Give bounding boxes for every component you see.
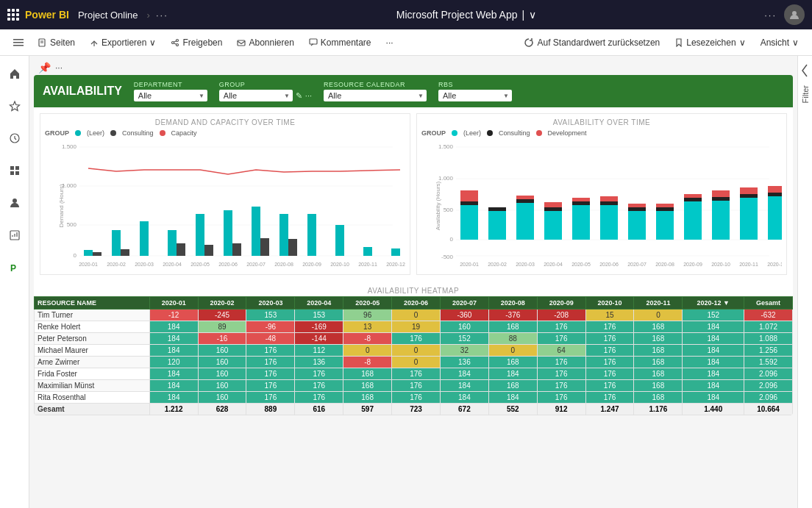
svg-rect-100 [684,194,702,198]
exportieren-button[interactable]: Exportieren ∨ [84,35,162,51]
col-2020-11: 2020-11 [634,297,683,310]
heatmap-cell: 184 [149,333,198,345]
resource-name-cell: Peter Peterson [35,333,150,345]
availability-chart-svg: 1.500 1.000 500 0 -500 Availability (Hou… [421,140,782,268]
availability-card: AVAILABILITY DEPARTMENT Alle GROUP [34,75,793,415]
heatmap-cell: 176 [392,333,441,345]
heatmap-cell: 184 [149,392,198,404]
center-panel: 📌 ··· AVAILABILITY DEPARTMENT Alle [29,56,797,508]
heatmap-cell: 168 [343,392,392,404]
heatmap-cell: 160 [198,392,246,404]
main-content: P 📌 ··· AVAILABILITY DEPARTMENT Alle [0,56,812,508]
heatmap-cell: -8 [343,357,392,368]
availability-chart-title: AVAILABILITY OVER TIME [421,118,782,126]
department-select[interactable]: Alle [134,90,207,101]
header-tools: 📌 ··· [34,60,793,75]
svg-rect-97 [656,204,674,207]
table-row: Peter Peterson184-16-48-144-817615288176… [35,333,793,345]
sidebar-icon-recent[interactable] [3,126,26,150]
col-2020-10: 2020-10 [585,297,634,310]
heatmap-cell: 176 [246,357,295,368]
heatmap-header-row: RESOURCE NAME 2020-01 2020-02 2020-03 20… [35,297,793,310]
rbs-select[interactable]: Alle [438,90,512,101]
sidebar-icon-powerbi[interactable]: P [3,256,26,279]
heatmap-cell: 19 [392,321,441,333]
heatmap-cell: 176 [537,392,585,404]
heatmap-cell: 168 [488,380,537,392]
heatmap-cell: 176 [392,368,441,380]
table-row: Renke Holert18489-96-1691319160168176176… [35,321,793,333]
seiten-button[interactable]: Seiten [32,35,81,51]
table-row: Arne Zwirner120160176136-801361681761761… [35,357,793,368]
totals-row: Gesamt1.2126288896165977236725529121.247… [35,404,793,415]
heatmap-cell: 176 [392,380,441,392]
pin-icon[interactable]: 📌 [38,62,51,74]
totals-cell: 889 [246,404,295,415]
svg-rect-89 [600,205,618,240]
svg-rect-14 [310,39,317,44]
project-menu-dots[interactable]: ··· [156,10,168,21]
svg-rect-47 [177,243,185,256]
demand-legend-capacity-dot [160,130,165,136]
freigeben-button[interactable]: Freigeben [165,35,228,51]
group-more-dots[interactable]: ··· [305,91,312,100]
svg-text:P: P [10,263,16,273]
resource-name-cell: Maximilian Münst [35,380,150,392]
heatmap-cell: -144 [295,333,343,345]
title-chevron[interactable]: ∨ [529,9,536,21]
abonnieren-button[interactable]: Abonnieren [231,35,299,51]
sidebar-icon-apps[interactable] [3,159,26,182]
heatmap-cell: 176 [246,345,295,357]
svg-rect-94 [628,204,646,207]
heatmap-cell: 176 [585,392,634,404]
group-select[interactable]: Alle [219,90,293,101]
hamburger-menu[interactable] [7,35,29,51]
heatmap-section: AVAILABILITY HEATMAP RESOURCE NAME 2020-… [34,284,793,415]
second-navigation: Seiten Exportieren ∨ Freigeben Abonniere… [0,29,812,56]
apps-icon[interactable] [7,9,19,21]
resource-name-cell: Tim Turner [35,310,150,321]
ansicht-button[interactable]: Ansicht ∨ [755,35,805,51]
app-title-area: Microsoft Project Web App | ∨ [174,9,758,21]
col-2020-01[interactable]: 2020-01 [149,297,198,310]
heatmap-cell: -245 [198,310,246,321]
svg-rect-109 [768,186,782,193]
heatmap-cell: 168 [634,345,683,357]
heatmap-cell: 176 [537,333,585,345]
heatmap-cell: 168 [634,321,683,333]
project-nav-item[interactable]: Project Online [75,10,141,21]
user-avatar[interactable] [784,4,805,25]
panel-more-dots[interactable]: ··· [55,62,63,73]
group-edit-icon[interactable]: ✎ [296,91,302,101]
svg-rect-19 [10,171,14,175]
heatmap-cell: 136 [440,357,488,368]
heatmap-cell: 1.088 [744,333,793,345]
top-navigation: Power BI Project Online › ··· Microsoft … [0,0,812,29]
demand-legend-capacity: Capacity [171,129,197,137]
heatmap-cell: 176 [295,368,343,380]
svg-text:2020-12: 2020-12 [767,262,782,267]
svg-text:2020-12: 2020-12 [386,262,405,267]
more-button[interactable]: ··· [380,35,399,51]
sidebar-icon-reports[interactable] [3,223,26,247]
svg-text:2020-10: 2020-10 [711,262,730,267]
sidebar-icon-star[interactable] [3,94,26,118]
lesezeichen-button[interactable]: Lesezeichen ∨ [669,35,751,51]
left-sidebar: P [0,56,29,508]
svg-rect-49 [232,243,241,256]
svg-rect-50 [260,238,269,256]
svg-rect-37 [196,214,204,256]
topnav-more-dots[interactable]: ··· [764,10,777,21]
heatmap-cell: -48 [246,333,295,345]
sidebar-icon-person[interactable] [3,191,26,215]
demand-chart-svg: 1.500 1.000 500 0 Demand (Hours) [45,140,405,268]
sidebar-icon-home[interactable] [3,62,26,85]
heatmap-cell: 176 [537,321,585,333]
svg-rect-91 [600,196,618,201]
kommentare-button[interactable]: Kommentare [303,35,377,51]
brand-logo: Power BI [25,9,69,21]
resource-calendar-select[interactable]: Alle [324,90,427,101]
right-sidebar[interactable]: Filter [797,56,812,508]
heatmap-cell: 184 [683,321,744,333]
reset-button[interactable]: Auf Standardwert zurücksetzen [518,35,666,51]
